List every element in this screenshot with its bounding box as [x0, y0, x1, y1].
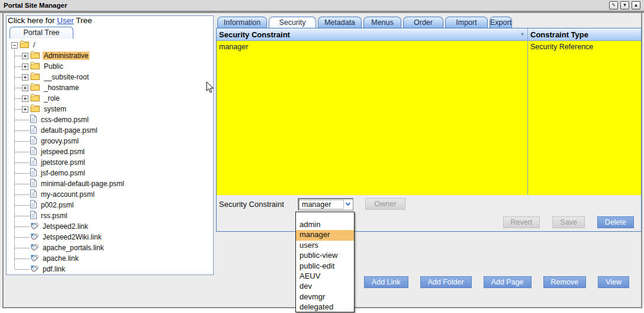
tree-expander-toggle[interactable]: −	[11, 42, 18, 49]
chevron-down-icon[interactable]	[343, 199, 353, 210]
tree-expander-toggle[interactable]: +	[22, 106, 28, 113]
tree-node-label: Jetspeed2.link	[41, 222, 89, 231]
link-icon	[30, 232, 39, 242]
tree-node-label: _role	[43, 94, 61, 103]
tree-node-label: apache_portals.link	[41, 244, 105, 252]
tree-node-label: __subsite-root	[43, 73, 90, 81]
tree-node[interactable]: +	[7, 72, 213, 82]
window-control-button[interactable]: ▼	[620, 1, 629, 9]
constraints-grid-body[interactable]: manager Security Reference	[217, 41, 641, 195]
tree-node[interactable]: jpetstore.psml	[7, 157, 213, 168]
tree-node[interactable]: Jetspeed2.link	[7, 221, 213, 232]
tree-switch-prefix: Click here for	[8, 16, 57, 25]
tree-node[interactable]: apache_portals.link	[7, 242, 213, 253]
detail-tab[interactable]: Information	[217, 17, 267, 28]
folder-icon	[30, 72, 40, 82]
tree-expander-toggle[interactable]: +	[22, 63, 28, 70]
tree-node[interactable]: default-page.psml	[7, 125, 213, 136]
tree-node-label: jpetstore.psml	[40, 158, 86, 167]
constraint-column: manager	[217, 41, 528, 195]
tree-node-label: my-account.psml	[40, 190, 96, 199]
dropdown-option[interactable]: manager	[296, 230, 354, 240]
node-action-button[interactable]: View	[598, 276, 629, 288]
constraint-actions-row: Revert Save Delete	[217, 213, 641, 231]
detail-tab[interactable]: Order	[403, 17, 443, 28]
tree-node-label: Administrative	[43, 52, 89, 60]
tree-node[interactable]: pdf.link	[7, 264, 213, 274]
dropdown-option[interactable]: dev	[296, 282, 354, 292]
tree-node[interactable]: p002.psml	[7, 200, 213, 210]
tree-node[interactable]: +	[7, 50, 213, 61]
tree-node-label: pdf.link	[41, 265, 66, 273]
tree-node[interactable]: groovy.psml	[7, 136, 213, 146]
tab-portal-tree[interactable]: Portal Tree	[9, 27, 73, 39]
tree-node[interactable]: jsf-demo.psml	[7, 168, 213, 178]
tree-node[interactable]: apache.link	[7, 253, 213, 264]
tree-node[interactable]: minimal-default-page.psml	[7, 178, 213, 189]
node-action-button[interactable]: Add Folder	[420, 276, 472, 288]
tree-node[interactable]: rss.psml	[7, 210, 213, 221]
node-action-button[interactable]: Remove	[543, 276, 587, 288]
portal-tree: −	[7, 39, 213, 274]
tree-expander-toggle[interactable]: +	[22, 53, 28, 59]
tree-node[interactable]: css-demo.psml	[7, 114, 213, 125]
link-icon	[30, 222, 39, 232]
tree-node[interactable]: +	[7, 82, 213, 93]
folder-icon	[20, 40, 30, 50]
link-icon	[30, 254, 39, 264]
dropdown-option[interactable]: AEUV	[296, 272, 354, 282]
tree-node[interactable]: +	[7, 104, 213, 114]
tree-node-label: rss.psml	[40, 212, 69, 220]
window-control-button[interactable]: ✎	[609, 1, 618, 9]
node-action-button[interactable]: Add Link	[364, 276, 408, 288]
constraints-grid-header: Security Constraint ▼ Constraint Type	[217, 28, 641, 41]
tree-guide-stub	[14, 61, 22, 67]
dropdown-option[interactable]: public-view	[296, 251, 354, 261]
detail-tab[interactable]: Menus	[363, 17, 401, 28]
tree-node-label: default-page.psml	[40, 126, 98, 135]
tree-expander-toggle[interactable]: +	[22, 95, 28, 102]
dropdown-option[interactable]: delegated	[296, 302, 354, 312]
detail-tab[interactable]: Metadata	[318, 17, 362, 28]
security-constraint-select[interactable]: manager	[298, 198, 353, 210]
page-document-icon	[30, 200, 37, 210]
tree-node[interactable]: Jetspeed2Wiki.link	[7, 232, 213, 242]
dropdown-option[interactable]: public-edit	[296, 261, 354, 272]
security-constraint-label: Security Constraint	[219, 200, 284, 209]
tree-node-label: apache.link	[41, 254, 80, 263]
detail-tab[interactable]: Export	[490, 17, 512, 28]
detail-tab[interactable]: Security	[269, 17, 316, 28]
tree-node[interactable]: jetspeed.psml	[7, 146, 213, 157]
tree-guide-stub	[14, 168, 30, 174]
dropdown-option[interactable]: users	[296, 241, 354, 251]
node-action-button[interactable]: Add Page	[484, 276, 532, 288]
action-button: Save	[552, 216, 585, 228]
tree-node[interactable]: +	[7, 93, 213, 104]
constraint-type-cell[interactable]: Security Reference	[528, 41, 641, 53]
tree-guide-stub	[14, 82, 22, 88]
sort-descending-icon[interactable]: ▼	[520, 31, 525, 37]
tree-node-label: Public	[43, 62, 65, 71]
tree-guide-stub	[14, 210, 30, 216]
detail-tab[interactable]: Import	[445, 17, 488, 28]
dropdown-option[interactable]: admin	[296, 220, 354, 230]
tree-guide-stub	[14, 104, 22, 110]
select-current-value: manager	[300, 200, 343, 209]
tree-node[interactable]: my-account.psml	[7, 189, 213, 200]
tree-expander-toggle[interactable]: +	[22, 85, 28, 91]
page-document-icon	[30, 136, 37, 146]
dropdown-option[interactable]: devmgr	[296, 292, 354, 302]
tree-node-label: css-demo.psml	[40, 116, 90, 124]
tree-expander-toggle[interactable]: +	[22, 74, 28, 81]
tree-node[interactable]: −	[7, 40, 213, 50]
tree-node-label: _hostname	[43, 84, 80, 92]
page-document-icon	[30, 168, 37, 178]
folder-icon	[30, 104, 40, 114]
action-button[interactable]: Delete	[597, 216, 634, 228]
user-tree-link[interactable]: User	[57, 16, 74, 25]
tree-node[interactable]: +	[7, 61, 213, 72]
detail-tabbar: Information Security Metadata Menus Orde…	[216, 17, 642, 28]
folder-icon	[30, 83, 40, 93]
constraint-cell[interactable]: manager	[217, 41, 527, 53]
window-control-button[interactable]: ▲	[632, 1, 640, 9]
